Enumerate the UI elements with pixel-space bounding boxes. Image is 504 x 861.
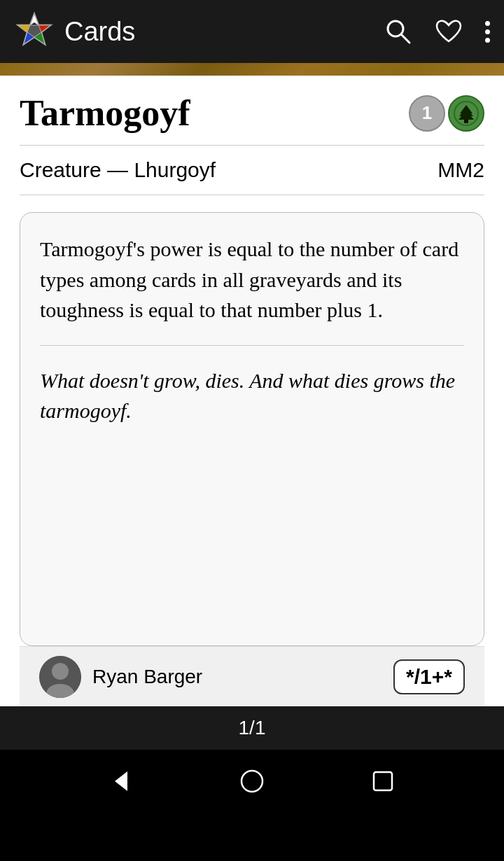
more-options-button[interactable] <box>485 21 490 43</box>
text-divider <box>40 345 464 346</box>
svg-line-8 <box>401 34 410 43</box>
top-bar-actions <box>384 18 490 46</box>
artist-info: Ryan Barger <box>39 656 202 698</box>
favorites-button[interactable] <box>435 19 463 44</box>
type-line: Creature — Lhurgoyf <box>20 158 216 182</box>
power-toughness: */1+* <box>393 659 465 694</box>
app-title: Cards <box>64 17 135 47</box>
artist-avatar <box>39 656 81 698</box>
mana-green-symbol <box>448 95 484 132</box>
search-button[interactable] <box>384 18 412 46</box>
card-detail-content: Tarmogoyf 1 Creature — Lhurgoyf MM2 <box>0 76 504 706</box>
mana-cost: 1 <box>409 95 484 132</box>
system-navigation-bar <box>0 750 504 813</box>
card-name-row: Tarmogoyf 1 <box>20 92 484 146</box>
set-code: MM2 <box>438 158 484 182</box>
page-counter-bar: 1/1 <box>0 706 504 750</box>
app-logo[interactable] <box>14 11 55 52</box>
svg-rect-19 <box>374 772 392 790</box>
card-rules-text: Tarmogoyf's power is equal to the number… <box>40 234 464 326</box>
mana-generic-symbol: 1 <box>409 95 445 132</box>
svg-point-15 <box>52 663 69 680</box>
back-button[interactable] <box>108 768 134 794</box>
svg-marker-17 <box>115 771 127 791</box>
card-name: Tarmogoyf <box>20 92 190 134</box>
decorative-texture-strip <box>0 63 504 76</box>
type-line-row: Creature — Lhurgoyf MM2 <box>20 146 484 195</box>
top-navigation-bar: Cards <box>0 0 504 63</box>
page-counter: 1/1 <box>239 717 266 739</box>
card-bottom-bar: Ryan Barger */1+* <box>20 646 484 706</box>
svg-point-18 <box>241 771 262 792</box>
recents-button[interactable] <box>370 768 396 794</box>
flavor-text: What doesn't grow, dies. And what dies g… <box>40 365 464 426</box>
app-branding: Cards <box>14 11 135 52</box>
home-button[interactable] <box>239 768 265 794</box>
card-text-box: Tarmogoyf's power is equal to the number… <box>20 212 484 646</box>
artist-name: Ryan Barger <box>92 666 202 688</box>
